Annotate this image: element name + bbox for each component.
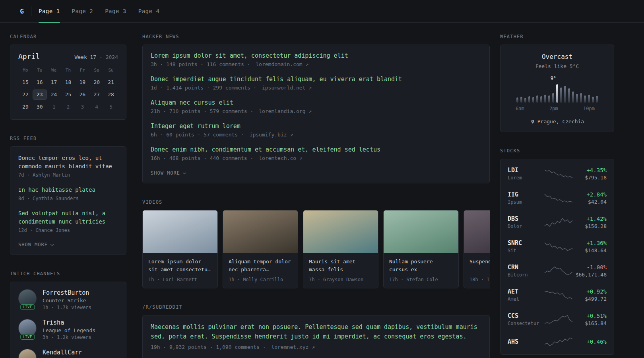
calendar-day[interactable]: 15 bbox=[18, 77, 33, 88]
video-card[interactable]: Mauris sit amet massa felis 7h · Grayson… bbox=[303, 210, 378, 288]
hackernews-item-title[interactable]: Lorem ipsum dolor sit amet, consectetur … bbox=[151, 52, 481, 59]
hackernews-item-domain-link[interactable]: loremdomain.com ↗ bbox=[256, 61, 308, 67]
weather-hour-bar[interactable] bbox=[544, 95, 546, 103]
weather-hour-bar[interactable] bbox=[564, 86, 566, 103]
calendar-day[interactable]: 16 bbox=[33, 77, 47, 88]
hackernews-item-domain-link[interactable]: loremlandia.org ↗ bbox=[259, 108, 312, 114]
video-title[interactable]: Mauris sit amet massa felis bbox=[309, 258, 372, 274]
twitch-channel[interactable]: LIVE ForrestBurton Counter-Strike 1h · 1… bbox=[18, 289, 118, 310]
video-card[interactable]: Lorem ipsum dolor sit amet consectetu… 1… bbox=[142, 210, 218, 288]
weather-hour-bar[interactable] bbox=[516, 97, 518, 103]
weather-hour-bar[interactable] bbox=[524, 98, 526, 103]
stock-row[interactable]: AET Amet +0.92% $499.72 bbox=[508, 283, 607, 307]
rss-show-more-button[interactable]: SHOW MORE bbox=[18, 242, 53, 247]
weather-hour-bar[interactable] bbox=[572, 91, 574, 103]
weather-hour-bar[interactable] bbox=[596, 96, 598, 103]
hackernews-show-more-button[interactable]: SHOW MORE bbox=[151, 170, 186, 176]
channel-name[interactable]: KendallCarr bbox=[43, 349, 82, 356]
stock-row[interactable]: AHS +0.46% bbox=[508, 331, 607, 352]
video-title[interactable]: Aliquam tempor dolor nec pharetra… bbox=[229, 258, 292, 274]
weather-section-title: WEATHER bbox=[500, 34, 614, 39]
weather-hour-bar[interactable] bbox=[536, 95, 538, 103]
calendar-day[interactable]: 1 bbox=[47, 102, 61, 112]
calendar-day[interactable]: 28 bbox=[104, 90, 118, 100]
stock-row[interactable]: LDI Lorem +4.35% $795.18 bbox=[508, 161, 607, 186]
stock-row[interactable]: SNRC Sit +1.36% $148.64 bbox=[508, 234, 607, 259]
hackernews-item-title[interactable]: Aliquam nec cursus elit bbox=[151, 99, 481, 106]
calendar-day[interactable]: 30 bbox=[33, 102, 47, 112]
nav-tab[interactable]: Page 1 bbox=[39, 0, 60, 22]
subreddit-post-domain-link[interactable]: loremnet.xyz ↗ bbox=[271, 344, 315, 350]
hackernews-item-title[interactable]: Donec enim nibh, condimentum et accumsan… bbox=[151, 146, 481, 153]
calendar-day[interactable]: 3 bbox=[75, 102, 89, 112]
calendar-day[interactable]: 17 bbox=[47, 77, 61, 88]
live-badge: LIVE bbox=[20, 304, 35, 310]
video-card[interactable]: Suspendisse diam 18h · Tara bbox=[464, 210, 490, 288]
weather-time-label: 10pm bbox=[583, 106, 595, 111]
hackernews-item-domain-link[interactable]: ipsumify.biz ↗ bbox=[250, 132, 293, 138]
calendar-day[interactable]: 24 bbox=[47, 90, 61, 100]
calendar-day[interactable]: 27 bbox=[89, 90, 104, 100]
weather-hour-bar[interactable] bbox=[540, 96, 542, 103]
calendar-day[interactable]: 20 bbox=[89, 77, 104, 88]
weather-hour-bar[interactable] bbox=[568, 88, 570, 103]
video-card[interactable]: Aliquam tempor dolor nec pharetra… 1h · … bbox=[223, 210, 298, 288]
video-title[interactable]: Lorem ipsum dolor sit amet consectetu… bbox=[148, 258, 212, 274]
video-thumbnail[interactable] bbox=[464, 210, 490, 253]
video-thumbnail[interactable] bbox=[303, 210, 378, 253]
stock-row[interactable]: CCS Consectetur +0.51% $165.84 bbox=[508, 307, 607, 331]
video-thumbnail[interactable] bbox=[143, 210, 217, 253]
right-column: WEATHER Overcast Feels like 5°C 9° bbox=[500, 34, 614, 358]
calendar-day[interactable]: 4 bbox=[89, 102, 104, 112]
calendar-day[interactable]: 5 bbox=[104, 102, 118, 112]
channel-name[interactable]: Trisha bbox=[43, 319, 95, 326]
hackernews-item-title[interactable]: Donec imperdiet augue tincidunt felis al… bbox=[151, 76, 481, 83]
nav-tab[interactable]: Page 2 bbox=[72, 0, 93, 22]
weather-hour-bar[interactable] bbox=[520, 97, 522, 103]
weather-hour-bar[interactable] bbox=[588, 95, 590, 103]
calendar-day[interactable]: 18 bbox=[61, 77, 76, 88]
calendar-day[interactable]: 23 bbox=[33, 90, 47, 100]
calendar-card: April Week 17 · 2024 Mo Tu We Th bbox=[10, 45, 126, 120]
stock-row[interactable]: CRN Bitcorn -1.00% $66,171.48 bbox=[508, 259, 607, 283]
hackernews-item-domain-link[interactable]: ipsumworld.net ↗ bbox=[262, 85, 312, 91]
weather-hour-bar[interactable] bbox=[528, 96, 530, 103]
twitch-channel[interactable]: KendallCarr bbox=[18, 349, 118, 358]
calendar-day[interactable]: 25 bbox=[61, 90, 76, 100]
weather-hour-bar[interactable] bbox=[576, 94, 578, 103]
weather-hour-bar[interactable] bbox=[584, 95, 586, 103]
video-card[interactable]: Nullam posuere cursus ex 17h · Stefan Co… bbox=[383, 210, 459, 288]
calendar-day[interactable]: 21 bbox=[104, 77, 118, 88]
stock-row[interactable]: DBS Dolor +1.42% $156.28 bbox=[508, 210, 607, 234]
nav-tab[interactable]: Page 3 bbox=[105, 0, 126, 22]
calendar-day[interactable]: 29 bbox=[18, 102, 33, 112]
rss-item-title[interactable]: Donec tempor eros leo, ut commodo mauris… bbox=[18, 154, 118, 171]
subreddit-post-title[interactable]: Maecenas mollis pulvinar erat non posuer… bbox=[151, 323, 481, 341]
video-thumbnail[interactable] bbox=[223, 210, 298, 253]
weather-hour-bar[interactable] bbox=[580, 93, 582, 103]
video-title[interactable]: Suspendisse diam bbox=[469, 258, 490, 274]
videos-section-title: VIDEOS bbox=[142, 199, 490, 205]
weather-hour-bar[interactable] bbox=[592, 97, 594, 103]
nav-tab[interactable]: Page 4 bbox=[138, 0, 160, 22]
calendar-day[interactable]: 22 bbox=[18, 90, 33, 100]
video-thumbnail[interactable] bbox=[384, 210, 458, 253]
weather-hour-bar[interactable] bbox=[548, 95, 550, 103]
calendar-day[interactable]: 26 bbox=[75, 90, 89, 100]
hackernews-item-title[interactable]: Integer eget rutrum lorem bbox=[151, 123, 481, 130]
weather-hour-bar[interactable] bbox=[552, 93, 554, 103]
stock-sparkline bbox=[544, 241, 573, 252]
weather-hour-bar[interactable] bbox=[556, 84, 558, 103]
weather-hour-bar[interactable] bbox=[560, 88, 562, 103]
calendar-day[interactable]: 2 bbox=[61, 102, 76, 112]
twitch-channel[interactable]: LIVE Trisha League of Legends 3h · 1.2k … bbox=[18, 319, 118, 340]
rss-item-title[interactable]: In hac habitasse platea bbox=[18, 186, 118, 194]
video-title[interactable]: Nullam posuere cursus ex bbox=[389, 258, 453, 274]
stock-row[interactable]: IIG Ipsum +2.84% $42.04 bbox=[508, 186, 607, 210]
calendar-day[interactable]: 19 bbox=[75, 77, 89, 88]
hackernews-item-domain-link[interactable]: loremtech.co ↗ bbox=[259, 155, 303, 161]
channel-name[interactable]: ForrestBurton bbox=[43, 289, 91, 296]
weather-hour-bar[interactable] bbox=[532, 97, 534, 103]
rss-item-title[interactable]: Sed volutpat nulla nisl, a condimentum n… bbox=[18, 209, 118, 226]
app-logo[interactable]: G bbox=[16, 5, 28, 17]
